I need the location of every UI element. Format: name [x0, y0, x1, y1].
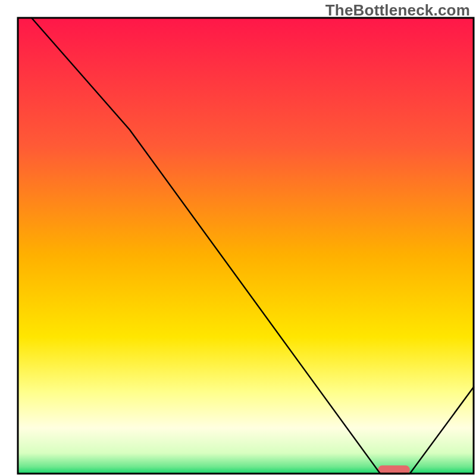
- watermark-text: TheBottleneck.com: [325, 1, 470, 20]
- chart-container: TheBottleneck.com: [0, 0, 476, 476]
- svg-rect-0: [18, 18, 474, 474]
- bottleneck-chart: [0, 0, 476, 476]
